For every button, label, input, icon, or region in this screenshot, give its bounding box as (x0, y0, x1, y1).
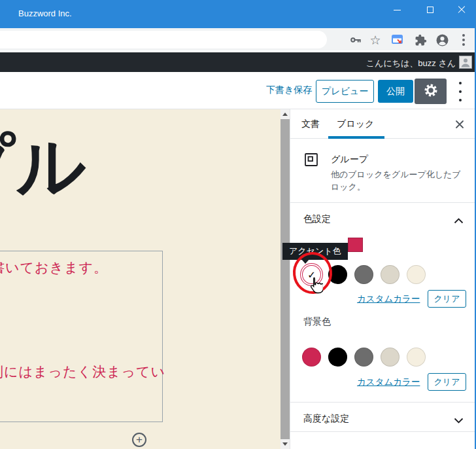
admin-greeting[interactable]: こんにちは、buzz さん (366, 58, 456, 69)
settings-gear-button[interactable] (415, 79, 447, 104)
avatar[interactable] (459, 56, 472, 69)
group-block-icon (303, 152, 319, 170)
post-title[interactable]: プル (0, 121, 88, 213)
minimize-button[interactable] (382, 0, 412, 20)
publish-button[interactable]: 公開 (378, 80, 413, 103)
block-card-description: 他のブロックをグループ化したブロック。 (331, 168, 468, 193)
save-draft-button[interactable]: 下書き保存 (266, 84, 312, 96)
address-bar[interactable] (0, 31, 327, 48)
color-swatch[interactable] (407, 265, 426, 284)
window-title: Buzzword Inc. (18, 9, 72, 18)
clear-button[interactable]: クリア (428, 290, 466, 308)
close-window-button[interactable] (447, 0, 476, 20)
close-icon (458, 6, 466, 14)
color-swatch[interactable] (328, 348, 347, 367)
color-settings-title: 色設定 (303, 213, 331, 225)
wp-admin-bar: こんにちは、buzz さん (0, 52, 476, 72)
editor-more-menu-icon[interactable] (456, 82, 465, 101)
tab-document[interactable]: 文書 (301, 109, 320, 139)
maximize-icon (427, 7, 434, 13)
color-swatch[interactable] (407, 348, 426, 367)
browser-toolbar: ☆ (0, 28, 476, 52)
key-icon[interactable] (348, 33, 363, 47)
advanced-settings-panel-header[interactable]: 高度な設定 (290, 402, 476, 432)
advanced-settings-title: 高度な設定 (303, 413, 349, 425)
sidebar-tabs: 文書 ブロック (290, 109, 476, 139)
extensions-puzzle-icon[interactable] (413, 33, 428, 47)
browser-menu-icon[interactable] (456, 33, 471, 47)
color-swatch[interactable]: ✓ (302, 265, 321, 284)
custom-color-link[interactable]: カスタムカラー (357, 293, 420, 305)
editor-header: 下書き保存 プレビュー 公開 (0, 72, 476, 109)
maximize-button[interactable] (415, 0, 445, 20)
canvas-scrollbar[interactable] (280, 109, 290, 449)
clear-button[interactable]: クリア (428, 373, 466, 391)
scroll-down-arrow[interactable] (280, 439, 290, 449)
minimize-icon (394, 10, 401, 10)
color-swatch[interactable] (354, 348, 373, 367)
scroll-up-arrow[interactable] (280, 109, 290, 119)
color-swatch[interactable] (381, 348, 400, 367)
profile-icon[interactable] (435, 33, 449, 47)
background-color-palette (302, 348, 466, 367)
background-color-label: 背景色 (303, 316, 331, 328)
window-titlebar: Buzzword Inc. (0, 0, 476, 28)
settings-sidebar: 文書 ブロック グループ 他のブロックをグループ化したブロック。 色設定 ✓ カ… (290, 109, 476, 449)
gear-icon (424, 83, 438, 99)
color-swatch[interactable] (302, 348, 321, 367)
paragraph-block[interactable]: 別にはまったく決まってい (0, 363, 165, 381)
color-swatch[interactable] (354, 265, 373, 284)
paragraph-block[interactable]: 書いておきます。 (0, 259, 108, 277)
close-sidebar-button[interactable] (452, 117, 467, 132)
preview-button[interactable]: プレビュー (316, 80, 374, 103)
color-name-tooltip: アクセント色 (282, 243, 348, 260)
chevron-down-icon (454, 414, 464, 426)
block-card: グループ 他のブロックをグループ化したブロック。 (290, 139, 476, 203)
block-card-title: グループ (331, 154, 368, 166)
close-icon (455, 120, 464, 129)
tooltip-arrow (301, 259, 309, 264)
color-swatch[interactable] (328, 265, 347, 284)
accent-color-indicator (348, 238, 363, 252)
color-swatch[interactable] (381, 265, 400, 284)
accent-color-palette: ✓ (302, 265, 466, 285)
tab-block[interactable]: ブロック (337, 109, 374, 139)
chevron-up-icon (454, 215, 464, 226)
custom-color-link[interactable]: カスタムカラー (357, 376, 420, 388)
color-settings-panel-header[interactable]: 色設定 (290, 203, 476, 233)
scrollbar-thumb[interactable] (280, 119, 290, 439)
add-block-button[interactable]: + (132, 433, 146, 447)
star-icon[interactable]: ☆ (368, 33, 382, 47)
editor-canvas: プル 書いておきます。 別にはまったく決まってい + (0, 109, 280, 449)
side-panel-extension-icon[interactable] (390, 33, 405, 47)
